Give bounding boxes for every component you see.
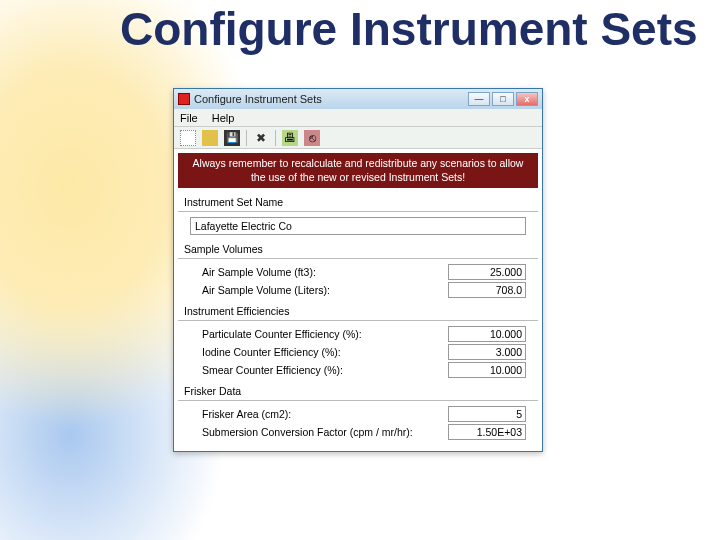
toolbar: 💾 ✖ 🖶 ⎋ (174, 127, 542, 149)
particulate-efficiency-input[interactable] (448, 326, 526, 342)
menubar: File Help (174, 109, 542, 127)
menu-help[interactable]: Help (212, 112, 235, 124)
instrument-set-name-input[interactable] (190, 217, 526, 235)
print-icon[interactable]: 🖶 (282, 130, 298, 146)
section-frisker: Frisker Data (178, 383, 538, 399)
divider (178, 258, 538, 259)
section-instrument-set-name: Instrument Set Name (178, 194, 538, 210)
form-content: Instrument Set Name Sample Volumes Air S… (174, 194, 542, 451)
section-efficiencies: Instrument Efficiencies (178, 303, 538, 319)
smear-efficiency-input[interactable] (448, 362, 526, 378)
label-air-ft3: Air Sample Volume (ft3): (202, 266, 448, 278)
close-button[interactable]: x (516, 92, 538, 106)
window-title: Configure Instrument Sets (194, 93, 322, 105)
new-icon[interactable] (180, 130, 196, 146)
warning-banner: Always remember to recalculate and redis… (178, 153, 538, 188)
app-icon (178, 93, 190, 105)
divider (178, 320, 538, 321)
open-icon[interactable] (202, 130, 218, 146)
titlebar: Configure Instrument Sets — □ x (174, 89, 542, 109)
label-air-liters: Air Sample Volume (Liters): (202, 284, 448, 296)
maximize-button[interactable]: □ (492, 92, 514, 106)
frisker-area-input[interactable] (448, 406, 526, 422)
toolbar-separator (275, 130, 276, 146)
section-sample-volumes: Sample Volumes (178, 241, 538, 257)
label-frisker-area: Frisker Area (cm2): (202, 408, 448, 420)
app-window: Configure Instrument Sets — □ x File Hel… (173, 88, 543, 452)
divider (178, 211, 538, 212)
air-sample-ft3-input[interactable] (448, 264, 526, 280)
label-smear-eff: Smear Counter Efficiency (%): (202, 364, 448, 376)
minimize-button[interactable]: — (468, 92, 490, 106)
divider (178, 400, 538, 401)
exit-icon[interactable]: ⎋ (304, 130, 320, 146)
submersion-factor-input[interactable] (448, 424, 526, 440)
iodine-efficiency-input[interactable] (448, 344, 526, 360)
label-submersion-factor: Submersion Conversion Factor (cpm / mr/h… (202, 426, 448, 438)
slide-title: Configure Instrument Sets (120, 6, 698, 52)
save-icon[interactable]: 💾 (224, 130, 240, 146)
toolbar-separator (246, 130, 247, 146)
label-particulate-eff: Particulate Counter Efficiency (%): (202, 328, 448, 340)
menu-file[interactable]: File (180, 112, 198, 124)
label-iodine-eff: Iodine Counter Efficiency (%): (202, 346, 448, 358)
delete-icon[interactable]: ✖ (253, 130, 269, 146)
air-sample-liters-input[interactable] (448, 282, 526, 298)
